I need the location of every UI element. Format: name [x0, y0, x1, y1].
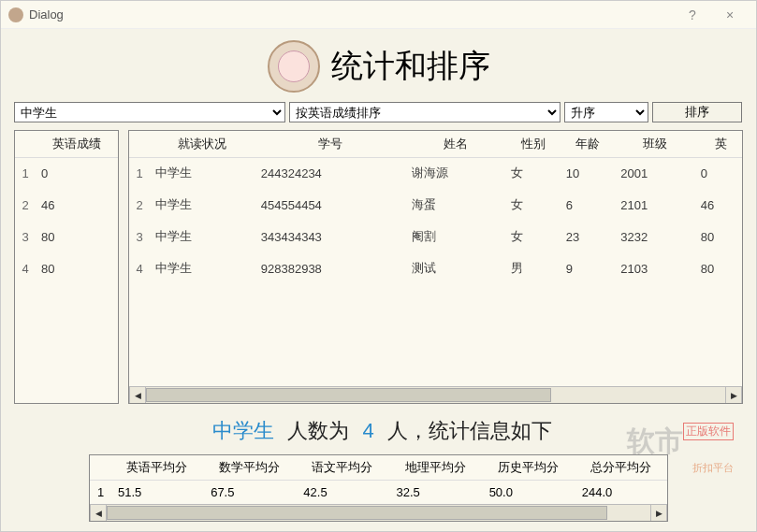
cell: 3232	[615, 221, 694, 252]
scroll-right-icon[interactable]: ▶	[650, 505, 667, 521]
cell: 女	[505, 189, 560, 221]
english-header: 英语成绩	[36, 131, 118, 157]
page-heading: 统计和排序	[14, 40, 743, 93]
page-title: 统计和排序	[331, 45, 490, 88]
cell: 42.5	[296, 480, 388, 504]
cell: 测试	[406, 252, 506, 284]
content-area: 统计和排序 中学生 按英语成绩排序 升序 排序 英语成绩 10246380480	[1, 29, 756, 531]
table-row[interactable]: 246	[15, 189, 118, 221]
column-header[interactable]: 年龄	[560, 131, 615, 157]
filter-controls: 中学生 按英语成绩排序 升序 排序	[14, 102, 743, 122]
table-row[interactable]: 151.567.542.532.550.0244.0	[90, 480, 667, 504]
cell: 10	[560, 157, 615, 189]
student-type-select[interactable]: 中学生	[14, 102, 285, 122]
stats-panel: 英语平均分数学平均分语文平均分地理平均分历史平均分总分平均分 151.567.5…	[89, 454, 668, 522]
summary-post: 人，统计信息如下	[387, 419, 552, 442]
avatar-icon	[268, 40, 320, 93]
table-row[interactable]: 1中学生244324234谢海源女1020010	[129, 157, 742, 189]
sort-field-select[interactable]: 按英语成绩排序	[289, 102, 560, 122]
row-index: 4	[129, 252, 150, 284]
scroll-right-icon[interactable]: ▶	[725, 387, 742, 403]
cell-score: 0	[36, 157, 118, 189]
tables-row: 英语成绩 10246380480 就读状况学号姓名性别年龄班级英 1中学生244…	[14, 130, 743, 404]
sort-order-select[interactable]: 升序	[564, 102, 648, 122]
cell: 2101	[615, 189, 694, 221]
cell: 阉割	[406, 221, 506, 252]
table-row[interactable]: 4中学生928382938测试男9210380	[129, 252, 742, 284]
cell: 6	[560, 189, 615, 221]
scroll-track[interactable]	[146, 387, 725, 403]
cell-score: 46	[36, 189, 118, 221]
window-title: Dialog	[29, 7, 674, 22]
row-index: 1	[15, 157, 36, 189]
stats-hscroll[interactable]: ◀ ▶	[90, 504, 667, 521]
dialog-window: Dialog ? × 统计和排序 中学生 按英语成绩排序 升序 排序	[0, 0, 757, 532]
column-header[interactable]: 数学平均分	[203, 455, 296, 480]
column-header[interactable]: 班级	[615, 131, 694, 157]
column-header[interactable]: 姓名	[406, 131, 506, 157]
column-header[interactable]: 语文平均分	[296, 455, 388, 480]
cell: 928382938	[255, 252, 406, 284]
row-index: 2	[15, 189, 36, 221]
row-index: 3	[15, 221, 36, 252]
cell: 50.0	[482, 480, 575, 504]
main-hscroll[interactable]: ◀ ▶	[129, 386, 742, 403]
cell: 海蛋	[406, 189, 506, 221]
cell-score: 80	[36, 221, 118, 252]
cell: 244324234	[255, 157, 406, 189]
cell: 46	[695, 189, 742, 221]
cell: 2001	[615, 157, 694, 189]
close-button[interactable]: ×	[711, 7, 749, 22]
cell: 80	[695, 252, 742, 284]
cell: 454554454	[255, 189, 406, 221]
table-row[interactable]: 10	[15, 157, 118, 189]
column-header[interactable]: 总分平均分	[575, 455, 667, 480]
table-row[interactable]: 380	[15, 221, 118, 252]
cell: 女	[505, 157, 560, 189]
cell: 67.5	[203, 480, 296, 504]
cell: 中学生	[150, 157, 255, 189]
table-row[interactable]: 480	[15, 252, 118, 284]
column-header[interactable]: 性别	[505, 131, 560, 157]
main-data-panel: 就读状况学号姓名性别年龄班级英 1中学生244324234谢海源女1020010…	[128, 130, 743, 404]
cell: 32.5	[388, 480, 481, 504]
scroll-left-icon[interactable]: ◀	[129, 387, 146, 403]
row-index: 2	[129, 189, 150, 221]
cell: 0	[695, 157, 742, 189]
column-header[interactable]: 就读状况	[150, 131, 255, 157]
row-index: 3	[129, 221, 150, 252]
summary-group: 中学生	[212, 419, 274, 442]
cell: 343434343	[255, 221, 406, 252]
column-header[interactable]: 历史平均分	[482, 455, 575, 480]
scroll-left-icon[interactable]: ◀	[90, 505, 107, 521]
main-data-table: 就读状况学号姓名性别年龄班级英 1中学生244324234谢海源女1020010…	[129, 131, 742, 284]
summary-pre: 人数为	[287, 419, 349, 442]
english-score-panel: 英语成绩 10246380480	[14, 130, 119, 404]
row-index: 1	[90, 480, 110, 504]
cell: 女	[505, 221, 560, 252]
summary-text: 中学生 人数为 4 人，统计信息如下	[14, 417, 743, 445]
help-button[interactable]: ?	[674, 7, 711, 22]
sort-button[interactable]: 排序	[652, 102, 742, 122]
cell: 23	[560, 221, 615, 252]
summary-count: 4	[362, 419, 373, 442]
table-row[interactable]: 3中学生343434343阉割女23323280	[129, 221, 742, 252]
row-index: 4	[15, 252, 36, 284]
column-header[interactable]: 英	[695, 131, 742, 157]
cell: 谢海源	[406, 157, 506, 189]
cell: 2103	[615, 252, 694, 284]
cell-score: 80	[36, 252, 118, 284]
cell: 80	[695, 221, 742, 252]
scroll-track[interactable]	[107, 505, 650, 521]
english-score-table: 英语成绩 10246380480	[15, 131, 118, 284]
table-row[interactable]: 2中学生454554454海蛋女6210146	[129, 189, 742, 221]
column-header[interactable]: 英语平均分	[110, 455, 203, 480]
row-index: 1	[129, 157, 150, 189]
cell: 中学生	[150, 189, 255, 221]
column-header[interactable]: 学号	[255, 131, 406, 157]
app-icon	[8, 7, 23, 22]
cell: 男	[505, 252, 560, 284]
stats-table: 英语平均分数学平均分语文平均分地理平均分历史平均分总分平均分 151.567.5…	[90, 455, 667, 504]
cell: 9	[560, 252, 615, 284]
column-header[interactable]: 地理平均分	[388, 455, 481, 480]
